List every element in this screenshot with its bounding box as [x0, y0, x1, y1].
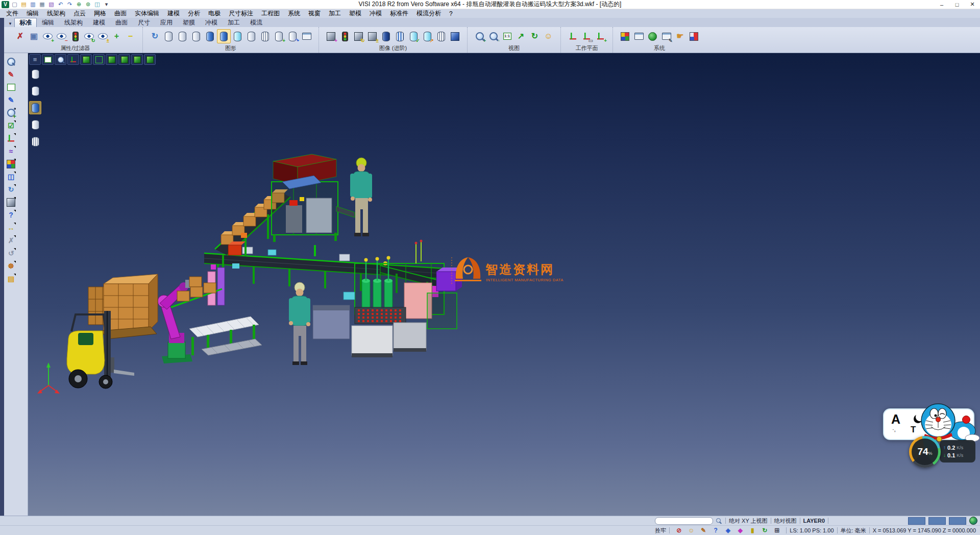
window-icon[interactable]: ◫ [93, 1, 101, 8]
undo-icon[interactable]: ↶ [57, 1, 64, 8]
erase-icon[interactable]: ✎ [5, 68, 17, 81]
window-grid-icon[interactable]: ◫ [5, 171, 17, 183]
view-preset-1[interactable] [908, 517, 925, 525]
tab-machining[interactable]: 加工 [223, 18, 245, 27]
layers-icon[interactable]: ◈ [722, 526, 734, 535]
strip-flat-icon[interactable] [29, 118, 41, 131]
trash-icon[interactable]: ✗ [5, 234, 17, 247]
refresh-visibility-icon[interactable]: ↻ [82, 29, 96, 43]
strip-wireframe-icon[interactable] [29, 67, 41, 81]
menu-item[interactable]: 线架构 [43, 9, 69, 18]
attributes-delete-icon[interactable]: ✗ [13, 29, 27, 43]
open-file-icon[interactable]: ▤ [20, 1, 28, 8]
status-globe-icon[interactable] [969, 517, 977, 525]
zoom-select-icon[interactable]: + [5, 107, 17, 119]
redo-icon[interactable]: ↷ [66, 1, 74, 8]
workplane-origin-icon[interactable] [566, 29, 580, 43]
hidden-dashed-icon[interactable] [189, 29, 203, 43]
new-file-icon[interactable]: ▢ [11, 1, 18, 8]
material-icon[interactable]: ◆ [734, 526, 746, 535]
print-icon[interactable]: ▦ [38, 1, 46, 8]
view-iso-icon[interactable] [93, 54, 105, 65]
app-logo[interactable]: V [2, 1, 9, 8]
curve-edit-icon[interactable]: ✎ [5, 94, 17, 106]
hide-all-icon[interactable]: − [124, 29, 137, 43]
menu-item[interactable]: ? [445, 10, 457, 17]
flat-shaded-icon[interactable] [244, 29, 258, 43]
preview-icon[interactable]: ▧ [47, 1, 55, 8]
tab-wireframe[interactable]: 线架构 [59, 18, 88, 27]
minimize-button[interactable]: – [934, 0, 949, 9]
render-options-icon[interactable] [300, 29, 313, 43]
rotate-view-icon[interactable]: ↻ [528, 29, 542, 43]
show-entities-icon[interactable]: + [41, 29, 55, 43]
view-face-icon[interactable]: ☺ [542, 29, 555, 43]
network-gauge[interactable]: 74% [909, 436, 941, 468]
section-icon[interactable]: ▮ [746, 526, 758, 535]
zoom-in-icon[interactable]: + [473, 29, 486, 43]
fit-frame-icon[interactable] [5, 81, 17, 93]
shaded-edges-icon[interactable] [217, 29, 231, 43]
strip-hidden-icon[interactable] [29, 84, 41, 98]
globe-alt-icon[interactable]: ⊛ [84, 1, 92, 8]
image-refresh-icon[interactable]: ↻ [352, 29, 365, 43]
tab-modeling[interactable]: 建模 [88, 18, 110, 27]
zoom-extents-icon[interactable]: ↗ [514, 29, 528, 43]
select-filter-icon[interactable] [5, 56, 17, 68]
menu-item[interactable]: 建模 [163, 9, 184, 18]
zoom-window-icon[interactable]: ▫ [486, 29, 500, 43]
help-status-icon[interactable]: ? [709, 526, 722, 535]
fit-view-icon[interactable] [42, 54, 54, 65]
options-wheel-icon[interactable]: ☸ [5, 260, 17, 272]
menu-item[interactable]: 点云 [69, 9, 90, 18]
export-folder-icon[interactable]: ▤ [5, 273, 17, 285]
snap-disable-icon[interactable]: ⊘ [673, 526, 685, 535]
grid-settings-icon[interactable] [687, 29, 701, 43]
menu-item[interactable]: 系统 [284, 9, 304, 18]
search-icon[interactable] [715, 517, 722, 524]
display-config-icon[interactable] [632, 29, 646, 43]
view-preset-2[interactable] [928, 517, 946, 525]
pick-settings-icon[interactable]: ☛ [673, 29, 687, 43]
menu-item[interactable]: 模流分析 [412, 9, 445, 18]
menu-item[interactable]: 加工 [325, 9, 345, 18]
view-right-icon[interactable] [118, 54, 130, 65]
lock-toggle[interactable]: 拴牢 [655, 527, 666, 534]
menu-item[interactable]: 曲面 [110, 9, 131, 18]
spline-edit-icon[interactable]: ≈ [5, 145, 17, 157]
hide-entities-icon[interactable]: − [55, 29, 68, 43]
regen-view-icon[interactable]: ↻ [148, 29, 162, 43]
tab-edit[interactable]: 编辑 [37, 18, 59, 27]
shaded-icon[interactable] [203, 29, 217, 43]
user-icon[interactable]: ☺ [685, 526, 697, 535]
hatch-image-icon[interactable] [434, 29, 448, 43]
save-icon[interactable]: ▥ [29, 1, 37, 8]
menu-item[interactable]: 塑模 [345, 9, 365, 18]
attributes-brush-icon[interactable] [5, 158, 17, 170]
refresh-view-icon[interactable]: ↻ [5, 183, 17, 196]
regen-icon[interactable]: ↻ [758, 526, 771, 535]
zoom-1-1-icon[interactable]: 1:1 [500, 29, 514, 43]
menu-item[interactable]: 电极 [204, 9, 225, 18]
wireframe-icon[interactable] [162, 29, 176, 43]
filter-traffic-icon[interactable] [68, 29, 82, 43]
tab-die[interactable]: 冲模 [200, 18, 223, 27]
image-new-icon[interactable]: + [324, 29, 338, 43]
menu-item[interactable]: 分析 [184, 9, 204, 18]
menu-item[interactable]: 实体编辑 [131, 9, 163, 18]
image-toggle-icon[interactable]: ± [365, 29, 379, 43]
measure-icon[interactable]: ↔ [5, 222, 17, 234]
tab-dimension[interactable]: 尺寸 [133, 18, 155, 27]
menu-item[interactable]: 文件 [2, 9, 22, 18]
attributes-copy-icon[interactable]: ▣ [27, 29, 41, 43]
zoom-view-icon[interactable] [55, 54, 66, 65]
status-search-input[interactable] [655, 517, 713, 525]
image-filter-icon[interactable] [338, 29, 352, 43]
menu-item[interactable]: 编辑 [22, 9, 43, 18]
strip-shaded-icon[interactable] [29, 101, 41, 114]
qa-more-icon[interactable]: ▾ [103, 1, 110, 8]
brush-icon[interactable]: ✎ [697, 526, 709, 535]
axis-view-icon[interactable] [67, 54, 79, 65]
show-all-icon[interactable]: + [110, 29, 124, 43]
panel-config-icon[interactable]: ✎ [659, 29, 673, 43]
